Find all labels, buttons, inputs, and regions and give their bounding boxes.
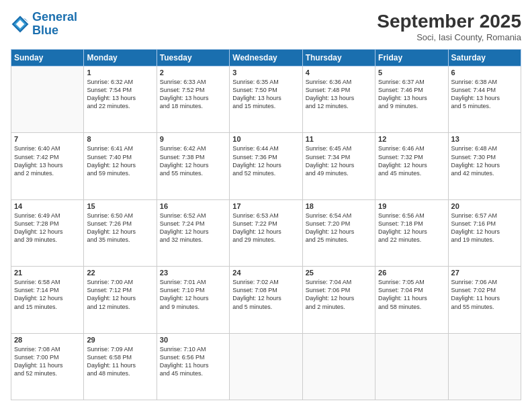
- page: General Blue September 2025 Soci, Iasi C…: [0, 0, 532, 411]
- calendar-cell: 26Sunrise: 7:05 AM Sunset: 7:04 PM Dayli…: [375, 267, 448, 333]
- day-number: 23: [160, 269, 226, 277]
- cell-details: Sunrise: 6:44 AM Sunset: 7:36 PM Dayligh…: [232, 144, 299, 177]
- day-number: 14: [14, 202, 81, 210]
- col-header-thursday: Thursday: [302, 50, 375, 66]
- calendar-header-row: SundayMondayTuesdayWednesdayThursdayFrid…: [11, 50, 521, 66]
- month-title: September 2025: [377, 11, 521, 32]
- calendar-cell: 8Sunrise: 6:41 AM Sunset: 7:40 PM Daylig…: [84, 133, 157, 199]
- day-number: 2: [160, 68, 226, 77]
- day-number: 30: [160, 336, 226, 344]
- day-number: 28: [14, 336, 81, 344]
- col-header-sunday: Sunday: [11, 50, 84, 66]
- cell-details: Sunrise: 6:58 AM Sunset: 7:14 PM Dayligh…: [14, 278, 81, 311]
- calendar-cell: 18Sunrise: 6:54 AM Sunset: 7:20 PM Dayli…: [302, 199, 375, 266]
- day-number: 13: [451, 135, 518, 143]
- day-number: 16: [160, 202, 226, 210]
- col-header-tuesday: Tuesday: [157, 50, 229, 66]
- calendar-cell: 29Sunrise: 7:09 AM Sunset: 6:58 PM Dayli…: [84, 333, 157, 400]
- calendar-cell: [448, 333, 521, 400]
- title-block: September 2025 Soci, Iasi County, Romani…: [377, 11, 521, 42]
- col-header-monday: Monday: [84, 50, 157, 66]
- location: Soci, Iasi County, Romania: [377, 32, 521, 42]
- cell-details: Sunrise: 6:45 AM Sunset: 7:34 PM Dayligh…: [306, 144, 372, 177]
- calendar-cell: [375, 333, 448, 400]
- calendar-cell: [11, 66, 84, 133]
- calendar-cell: 11Sunrise: 6:45 AM Sunset: 7:34 PM Dayli…: [302, 133, 375, 199]
- day-number: 22: [87, 269, 153, 277]
- day-number: 8: [87, 135, 153, 143]
- calendar-cell: 3Sunrise: 6:35 AM Sunset: 7:50 PM Daylig…: [230, 66, 302, 133]
- calendar-cell: 28Sunrise: 7:08 AM Sunset: 7:00 PM Dayli…: [11, 333, 84, 400]
- calendar-cell: 23Sunrise: 7:01 AM Sunset: 7:10 PM Dayli…: [157, 267, 229, 333]
- day-number: 27: [451, 269, 518, 277]
- cell-details: Sunrise: 7:09 AM Sunset: 6:58 PM Dayligh…: [87, 345, 153, 378]
- day-number: 5: [378, 68, 445, 77]
- day-number: 11: [306, 135, 372, 143]
- logo-icon: [11, 15, 30, 34]
- cell-details: Sunrise: 6:57 AM Sunset: 7:16 PM Dayligh…: [451, 212, 518, 244]
- cell-details: Sunrise: 6:56 AM Sunset: 7:18 PM Dayligh…: [378, 212, 445, 244]
- logo-text: General Blue: [32, 11, 77, 38]
- cell-details: Sunrise: 7:05 AM Sunset: 7:04 PM Dayligh…: [378, 278, 445, 311]
- cell-details: Sunrise: 6:53 AM Sunset: 7:22 PM Dayligh…: [232, 212, 299, 244]
- cell-details: Sunrise: 6:54 AM Sunset: 7:20 PM Dayligh…: [306, 212, 372, 244]
- cell-details: Sunrise: 6:40 AM Sunset: 7:42 PM Dayligh…: [14, 144, 81, 177]
- cell-details: Sunrise: 7:08 AM Sunset: 7:00 PM Dayligh…: [14, 345, 81, 378]
- calendar-cell: 10Sunrise: 6:44 AM Sunset: 7:36 PM Dayli…: [230, 133, 302, 199]
- day-number: 29: [87, 336, 153, 344]
- logo-line1: General: [32, 10, 77, 24]
- day-number: 7: [14, 135, 81, 143]
- calendar-cell: 22Sunrise: 7:00 AM Sunset: 7:12 PM Dayli…: [84, 267, 157, 333]
- day-number: 25: [306, 269, 372, 277]
- calendar-table: SundayMondayTuesdayWednesdayThursdayFrid…: [11, 49, 521, 400]
- day-number: 20: [451, 202, 518, 210]
- calendar-cell: 17Sunrise: 6:53 AM Sunset: 7:22 PM Dayli…: [230, 199, 302, 266]
- cell-details: Sunrise: 7:02 AM Sunset: 7:08 PM Dayligh…: [232, 278, 299, 311]
- cell-details: Sunrise: 6:35 AM Sunset: 7:50 PM Dayligh…: [232, 78, 299, 111]
- calendar-cell: 16Sunrise: 6:52 AM Sunset: 7:24 PM Dayli…: [157, 199, 229, 266]
- day-number: 24: [232, 269, 299, 277]
- calendar-cell: [230, 333, 302, 400]
- cell-details: Sunrise: 6:46 AM Sunset: 7:32 PM Dayligh…: [378, 144, 445, 177]
- day-number: 21: [14, 269, 81, 277]
- day-number: 3: [232, 68, 299, 77]
- calendar-cell: 5Sunrise: 6:37 AM Sunset: 7:46 PM Daylig…: [375, 66, 448, 133]
- cell-details: Sunrise: 6:50 AM Sunset: 7:26 PM Dayligh…: [87, 212, 153, 244]
- calendar-cell: 19Sunrise: 6:56 AM Sunset: 7:18 PM Dayli…: [375, 199, 448, 266]
- day-number: 9: [160, 135, 226, 143]
- day-number: 10: [232, 135, 299, 143]
- cell-details: Sunrise: 7:01 AM Sunset: 7:10 PM Dayligh…: [160, 278, 226, 311]
- calendar-week-row: 14Sunrise: 6:49 AM Sunset: 7:28 PM Dayli…: [11, 199, 521, 266]
- cell-details: Sunrise: 6:41 AM Sunset: 7:40 PM Dayligh…: [87, 144, 153, 177]
- day-number: 26: [378, 269, 445, 277]
- col-header-friday: Friday: [375, 50, 448, 66]
- day-number: 4: [306, 68, 372, 77]
- calendar-cell: 13Sunrise: 6:48 AM Sunset: 7:30 PM Dayli…: [448, 133, 521, 199]
- cell-details: Sunrise: 6:36 AM Sunset: 7:48 PM Dayligh…: [306, 78, 372, 111]
- cell-details: Sunrise: 7:00 AM Sunset: 7:12 PM Dayligh…: [87, 278, 153, 311]
- logo-line2: Blue: [32, 24, 58, 37]
- calendar-week-row: 7Sunrise: 6:40 AM Sunset: 7:42 PM Daylig…: [11, 133, 521, 199]
- cell-details: Sunrise: 7:10 AM Sunset: 6:56 PM Dayligh…: [160, 345, 226, 378]
- calendar-cell: 27Sunrise: 7:06 AM Sunset: 7:02 PM Dayli…: [448, 267, 521, 333]
- calendar-cell: 25Sunrise: 7:04 AM Sunset: 7:06 PM Dayli…: [302, 267, 375, 333]
- calendar-week-row: 28Sunrise: 7:08 AM Sunset: 7:00 PM Dayli…: [11, 333, 521, 400]
- calendar-cell: 20Sunrise: 6:57 AM Sunset: 7:16 PM Dayli…: [448, 199, 521, 266]
- calendar-week-row: 1Sunrise: 6:32 AM Sunset: 7:54 PM Daylig…: [11, 66, 521, 133]
- calendar-cell: 7Sunrise: 6:40 AM Sunset: 7:42 PM Daylig…: [11, 133, 84, 199]
- day-number: 19: [378, 202, 445, 210]
- calendar-cell: [302, 333, 375, 400]
- col-header-saturday: Saturday: [448, 50, 521, 66]
- calendar-cell: 30Sunrise: 7:10 AM Sunset: 6:56 PM Dayli…: [157, 333, 229, 400]
- calendar-cell: 15Sunrise: 6:50 AM Sunset: 7:26 PM Dayli…: [84, 199, 157, 266]
- day-number: 17: [232, 202, 299, 210]
- cell-details: Sunrise: 7:04 AM Sunset: 7:06 PM Dayligh…: [306, 278, 372, 311]
- cell-details: Sunrise: 6:37 AM Sunset: 7:46 PM Dayligh…: [378, 78, 445, 111]
- calendar-week-row: 21Sunrise: 6:58 AM Sunset: 7:14 PM Dayli…: [11, 267, 521, 333]
- calendar-cell: 4Sunrise: 6:36 AM Sunset: 7:48 PM Daylig…: [302, 66, 375, 133]
- col-header-wednesday: Wednesday: [230, 50, 302, 66]
- day-number: 6: [451, 68, 518, 77]
- calendar-cell: 2Sunrise: 6:33 AM Sunset: 7:52 PM Daylig…: [157, 66, 229, 133]
- cell-details: Sunrise: 6:52 AM Sunset: 7:24 PM Dayligh…: [160, 212, 226, 244]
- calendar-cell: 24Sunrise: 7:02 AM Sunset: 7:08 PM Dayli…: [230, 267, 302, 333]
